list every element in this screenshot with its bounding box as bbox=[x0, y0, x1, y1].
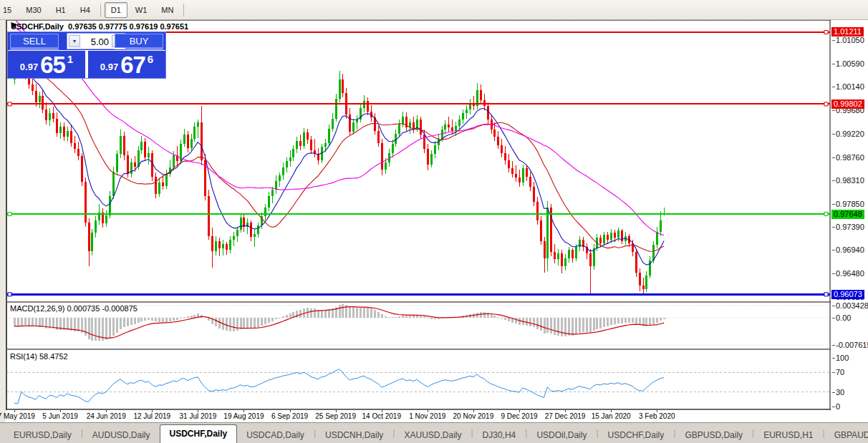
macd-histogram-bar bbox=[85, 318, 87, 336]
candle-body bbox=[45, 109, 47, 121]
candle-body bbox=[74, 143, 76, 150]
candle-body bbox=[144, 142, 146, 157]
tab-eurusd-daily[interactable]: EURUSD,Daily bbox=[4, 427, 81, 443]
macd-histogram-bar bbox=[663, 318, 665, 319]
toolbar-separator bbox=[100, 4, 101, 16]
candle-body bbox=[271, 190, 274, 196]
macd-histogram-bar bbox=[233, 318, 235, 331]
macd-histogram-bar bbox=[349, 306, 351, 318]
candle-body bbox=[257, 225, 259, 233]
candle-body bbox=[42, 96, 44, 109]
macd-histogram-bar bbox=[261, 318, 263, 326]
tab-gbpaud-h1[interactable]: GBPAUD,H1 bbox=[825, 427, 868, 443]
macd-histogram-bar bbox=[398, 316, 400, 318]
tab-gbpusd-daily[interactable]: GBPUSD,Daily bbox=[675, 427, 752, 443]
chart-pointer-icon bbox=[11, 22, 17, 29]
lot-decrease-button[interactable]: ▼ bbox=[69, 35, 80, 47]
sell-price-display[interactable]: 0.97 65 1 bbox=[8, 51, 85, 78]
buy-price-pip: 6 bbox=[148, 53, 153, 65]
macd-histogram-bar bbox=[405, 316, 408, 318]
macd-histogram-bar bbox=[589, 318, 592, 332]
candle-body bbox=[187, 135, 189, 148]
macd-histogram-bar bbox=[632, 318, 634, 323]
macd-histogram-bar bbox=[324, 310, 327, 318]
candle-body bbox=[413, 122, 415, 129]
candle-body bbox=[352, 122, 355, 132]
rsi-indicator-label: RSI(14) 58.4752 bbox=[10, 352, 68, 361]
date-axis-label: 12 Jul 2019 bbox=[133, 412, 170, 420]
date-axis-label: 31 Jul 2019 bbox=[180, 412, 217, 420]
candle-body bbox=[109, 196, 111, 215]
candle-body bbox=[420, 120, 422, 135]
candle-body bbox=[501, 145, 503, 153]
sell-button[interactable]: SELL bbox=[10, 34, 59, 48]
macd-histogram-bar bbox=[218, 318, 221, 328]
price-level-badge: 0.99802 bbox=[831, 99, 864, 109]
candle-body bbox=[392, 144, 394, 153]
macd-histogram-bar bbox=[95, 318, 97, 341]
tab-eurusd-h1[interactable]: EURUSD,H1 bbox=[754, 427, 822, 443]
macd-histogram-bar bbox=[183, 317, 185, 318]
macd-histogram-bar bbox=[430, 318, 433, 319]
candle-body bbox=[236, 230, 238, 236]
tab-usdcnh-daily[interactable]: USDCNH,Daily bbox=[316, 427, 392, 443]
sell-price-big: 65 bbox=[40, 56, 65, 74]
line-handle-left bbox=[8, 293, 11, 296]
candle-body bbox=[243, 218, 245, 227]
chart-symbol-label: USDCHF,Daily bbox=[11, 22, 64, 31]
sell-price-prefix: 0.97 bbox=[20, 62, 38, 72]
timeframe-button-MN[interactable]: MN bbox=[155, 2, 180, 18]
tab-dj30-h4[interactable]: DJ30,H4 bbox=[473, 427, 526, 443]
date-axis-label: 17 May 2019 bbox=[0, 412, 35, 420]
tab-audusd-daily[interactable]: AUDUSD,Daily bbox=[83, 427, 160, 443]
candle-body bbox=[162, 182, 164, 185]
timeframe-button-15[interactable]: 15 bbox=[0, 2, 18, 18]
macd-histogram-bar bbox=[544, 318, 546, 334]
macd-histogram-bar bbox=[130, 318, 132, 325]
candle-body bbox=[377, 131, 380, 143]
macd-histogram-bar bbox=[360, 308, 362, 318]
macd-histogram-bar bbox=[180, 318, 182, 318]
line-handle-right bbox=[824, 213, 828, 216]
price-axis-tick: 0.96480 bbox=[836, 269, 864, 278]
candle-body bbox=[70, 131, 72, 143]
chart-plot-region[interactable]: USDCHF,Daily 0.97635 0.97775 0.97619 0.9… bbox=[6, 20, 831, 410]
price-axis: 1.010501.005901.001400.996800.992200.987… bbox=[831, 20, 868, 410]
candle-body bbox=[533, 187, 535, 202]
macd-histogram-bar bbox=[127, 318, 129, 326]
macd-histogram-bar bbox=[28, 318, 30, 326]
candle-body bbox=[342, 79, 344, 93]
candle-body bbox=[165, 174, 168, 186]
buy-price-display[interactable]: 0.97 67 6 bbox=[88, 51, 165, 78]
candle-body bbox=[458, 120, 460, 126]
timeframe-button-H1[interactable]: H1 bbox=[49, 2, 72, 18]
macd-histogram-bar bbox=[342, 304, 344, 318]
timeframe-button-H4[interactable]: H4 bbox=[74, 2, 97, 18]
timeframe-button-W1[interactable]: W1 bbox=[129, 2, 154, 18]
timeframe-button-D1[interactable]: D1 bbox=[105, 2, 127, 18]
candle-body bbox=[193, 127, 196, 139]
date-axis-label: 25 Sep 2019 bbox=[315, 412, 356, 420]
lot-size-input[interactable] bbox=[82, 34, 110, 49]
tab-usdoil-daily[interactable]: USDOil,Daily bbox=[527, 427, 596, 443]
buy-button[interactable]: BUY bbox=[115, 34, 163, 48]
candle-body bbox=[85, 182, 87, 223]
candle-body bbox=[134, 162, 136, 167]
timeframe-button-M30[interactable]: M30 bbox=[19, 2, 47, 18]
candle-body bbox=[215, 241, 217, 251]
candle-body bbox=[430, 154, 433, 164]
tab-usdchf-daily[interactable]: USDCHF,Daily bbox=[599, 427, 674, 443]
tab-usdcad-daily[interactable]: USDCAD,Daily bbox=[237, 427, 314, 443]
macd-histogram-bar bbox=[169, 318, 171, 321]
candle-body bbox=[250, 223, 252, 237]
macd-histogram-bar bbox=[191, 316, 193, 318]
price-axis-tick: 1.01050 bbox=[836, 36, 864, 44]
macd-histogram-bar bbox=[268, 318, 270, 323]
tab-xauusd-daily[interactable]: XAUUSD,Daily bbox=[395, 427, 471, 443]
candle-body bbox=[296, 141, 298, 149]
macd-axis-tick: 0.003428 bbox=[836, 301, 868, 310]
candle-body bbox=[434, 145, 436, 155]
date-axis-label: 3 Feb 2020 bbox=[639, 412, 675, 420]
tab-usdchf-daily[interactable]: USDCHF,Daily bbox=[160, 424, 238, 443]
macd-histogram-bar bbox=[17, 318, 19, 326]
